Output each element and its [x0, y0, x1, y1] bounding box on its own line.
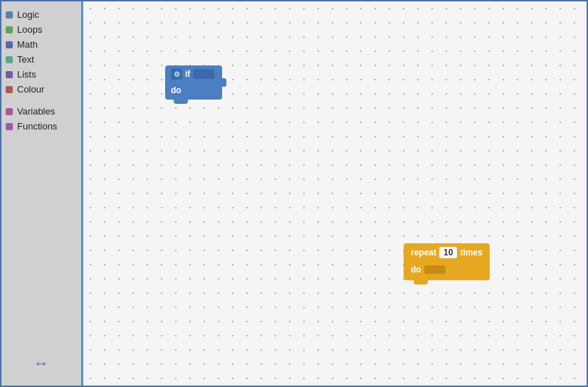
- sidebar-item-functions[interactable]: Functions: [1, 119, 81, 134]
- sidebar-item-text[interactable]: Text: [1, 52, 81, 67]
- sidebar-item-loops[interactable]: Loops: [1, 22, 81, 37]
- repeat-number: 10: [443, 248, 453, 258]
- sidebar-item-label-variables: Variables: [17, 106, 55, 117]
- sidebar-resize-handle[interactable]: ↔: [33, 354, 49, 373]
- sidebar-item-variables[interactable]: Variables: [1, 104, 81, 119]
- sidebar-item-label-loops: Loops: [17, 24, 42, 35]
- text-color-dot: [6, 56, 13, 63]
- variables-color-dot: [6, 108, 13, 115]
- sidebar-item-label-math: Math: [17, 39, 38, 50]
- times-label: times: [460, 248, 482, 258]
- sidebar: LogicLoopsMathTextListsColourVariablesFu…: [1, 1, 83, 386]
- sidebar-item-label-text: Text: [17, 54, 34, 65]
- lists-color-dot: [6, 71, 13, 78]
- sidebar-item-label-functions: Functions: [17, 121, 57, 132]
- if-block[interactable]: ⚙ if do: [165, 65, 222, 100]
- sidebar-item-label-lists: Lists: [17, 69, 36, 80]
- sidebar-item-lists[interactable]: Lists: [1, 67, 81, 82]
- repeat-label: repeat: [411, 248, 436, 258]
- sidebar-item-math[interactable]: Math: [1, 37, 81, 52]
- if-label: if: [185, 69, 190, 79]
- sidebar-item-label-colour: Colour: [17, 84, 44, 95]
- if-condition-slot[interactable]: [193, 69, 214, 79]
- repeat-number-slot[interactable]: 10: [439, 247, 457, 258]
- right-notch: [222, 78, 226, 87]
- sidebar-item-logic[interactable]: Logic: [1, 7, 81, 22]
- sidebar-item-colour[interactable]: Colour: [1, 82, 81, 97]
- do-label: do: [171, 85, 182, 95]
- functions-color-dot: [6, 123, 13, 130]
- repeat-block[interactable]: repeat 10 times do: [404, 243, 490, 280]
- repeat-do-label: do: [411, 265, 421, 275]
- block-canvas: ⚙ if do repeat 10 times do: [83, 1, 587, 386]
- math-color-dot: [6, 41, 13, 48]
- colour-color-dot: [6, 86, 13, 93]
- sidebar-item-label-logic: Logic: [17, 9, 39, 20]
- logic-color-dot: [6, 11, 13, 18]
- repeat-bottom-notch: [414, 280, 428, 285]
- repeat-do-slot[interactable]: [424, 265, 446, 274]
- loops-color-dot: [6, 26, 13, 33]
- if-bottom-notch: [174, 100, 188, 104]
- gear-icon[interactable]: ⚙: [171, 68, 182, 80]
